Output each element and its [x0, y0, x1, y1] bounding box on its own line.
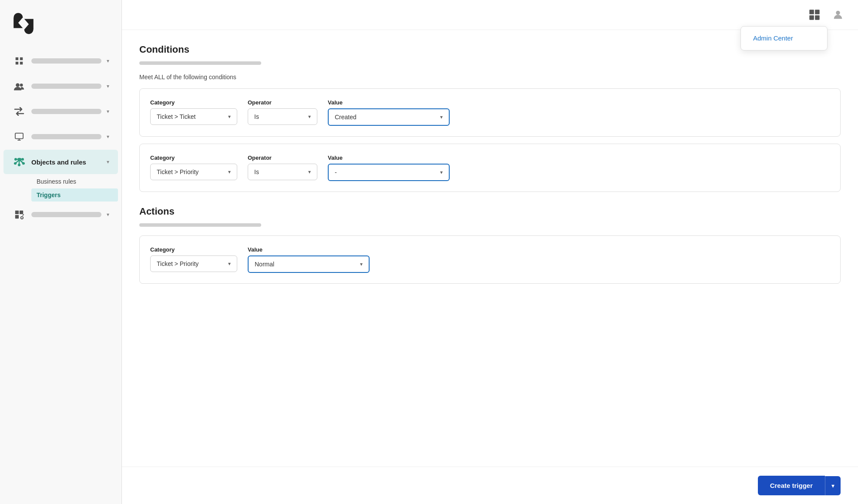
operator-label-2: Operator	[248, 155, 317, 161]
svg-rect-10	[15, 211, 19, 214]
sidebar-item-marketplace[interactable]: ▾	[3, 202, 118, 227]
conditions-description: Meet ALL of the following conditions	[139, 74, 841, 81]
condition-1-operator-select[interactable]: Is ▾	[248, 108, 317, 125]
sidebar: ▾ ▾ ▾ ▾	[0, 0, 122, 504]
svg-point-5	[20, 84, 23, 87]
svg-rect-12	[15, 215, 19, 218]
chevron-down-icon: ▾	[107, 108, 109, 114]
actions-bar	[139, 223, 261, 227]
nav-label-bar	[31, 212, 101, 217]
svg-rect-6	[15, 133, 23, 139]
condition-row-1: Category Ticket > Ticket ▾ Operator Is ▾	[139, 88, 841, 137]
condition-1-operator-group: Operator Is ▾	[248, 99, 317, 125]
topbar: Admin Center	[122, 0, 858, 30]
svg-rect-1	[20, 57, 23, 60]
action-value-label: Value	[248, 246, 370, 253]
create-trigger-button[interactable]: Create trigger	[758, 476, 825, 495]
conditions-bar	[139, 61, 261, 65]
condition-1-category-select[interactable]: Ticket > Ticket ▾	[150, 108, 237, 125]
conditions-section: Conditions Meet ALL of the following con…	[139, 44, 841, 192]
condition-2-value-group: Value - ▾	[328, 155, 450, 181]
chevron-down-icon: ▾	[228, 114, 231, 120]
condition-2-category-group: Category Ticket > Priority ▾	[150, 155, 237, 180]
operator-label-1: Operator	[248, 99, 317, 106]
svg-point-4	[16, 83, 20, 87]
value-label-1: Value	[328, 99, 450, 106]
condition-1-value-value: Created	[335, 114, 357, 121]
nav-label-bar	[31, 134, 101, 139]
chevron-down-icon: ▾	[107, 134, 109, 140]
admin-center-dropdown: Admin Center	[740, 26, 828, 50]
building-icon	[12, 54, 26, 68]
value-label-2: Value	[328, 155, 450, 161]
nav-label-bar	[31, 58, 101, 64]
monitor-icon	[12, 130, 26, 144]
svg-rect-11	[20, 211, 23, 214]
topbar-icons	[807, 7, 846, 23]
svg-rect-3	[20, 62, 23, 64]
svg-rect-0	[16, 57, 18, 60]
action-1-category-select[interactable]: Ticket > Priority ▾	[150, 255, 237, 272]
zendesk-logo	[12, 12, 35, 35]
condition-1-value-select[interactable]: Created ▾	[328, 108, 450, 126]
chevron-down-icon: ▾	[228, 261, 231, 267]
logo-area	[0, 0, 121, 44]
nav-label-bar	[31, 84, 101, 89]
admin-center-link[interactable]: Admin Center	[753, 34, 793, 42]
condition-2-category-select[interactable]: Ticket > Priority ▾	[150, 164, 237, 180]
user-avatar-icon[interactable]	[830, 7, 846, 23]
page-content: Conditions Meet ALL of the following con…	[122, 30, 858, 467]
category-label-1: Category	[150, 99, 237, 106]
actions-title: Actions	[139, 206, 841, 217]
action-1-category-group: Category Ticket > Priority ▾	[150, 246, 237, 272]
condition-row-1-fields: Category Ticket > Ticket ▾ Operator Is ▾	[150, 99, 830, 126]
sidebar-nav: ▾ ▾ ▾ ▾	[0, 44, 121, 504]
sidebar-item-routing[interactable]: ▾	[3, 99, 118, 124]
action-1-value-value: Normal	[255, 261, 274, 268]
chevron-down-icon: ▾	[360, 261, 363, 267]
sidebar-item-people[interactable]: ▾	[3, 74, 118, 98]
action-1-value-group: Value Normal ▾	[248, 246, 370, 273]
create-trigger-dropdown-button[interactable]: ▾	[825, 476, 841, 495]
chevron-down-icon: ▾	[228, 169, 231, 175]
condition-1-category-group: Category Ticket > Ticket ▾	[150, 99, 237, 125]
condition-1-value-group: Value Created ▾	[328, 99, 450, 126]
condition-row-2: Category Ticket > Priority ▾ Operator Is…	[139, 144, 841, 192]
svg-point-8	[21, 158, 24, 161]
conditions-title: Conditions	[139, 44, 841, 55]
condition-2-operator-group: Operator Is ▾	[248, 155, 317, 180]
action-category-label: Category	[150, 246, 237, 253]
chevron-down-icon: ▾	[107, 58, 109, 64]
chevron-down-icon: ▾	[107, 159, 109, 165]
action-row-1-fields: Category Ticket > Priority ▾ Value Norma…	[150, 246, 830, 273]
svg-rect-2	[16, 62, 18, 64]
grid-icon[interactable]	[807, 7, 822, 23]
routing-icon	[12, 104, 26, 118]
action-1-category-value: Ticket > Priority	[157, 260, 199, 267]
condition-2-value-select[interactable]: - ▾	[328, 164, 450, 181]
condition-2-operator-select[interactable]: Is ▾	[248, 164, 317, 180]
sidebar-item-organization[interactable]: ▾	[3, 49, 118, 73]
svg-rect-17	[815, 15, 820, 20]
svg-rect-14	[809, 10, 814, 14]
nav-label-bar	[31, 109, 101, 114]
condition-1-operator-value: Is	[254, 113, 259, 120]
chevron-down-icon: ▾	[440, 114, 443, 120]
marketplace-icon	[12, 208, 26, 222]
svg-rect-16	[809, 15, 814, 20]
subnav-item-business-rules[interactable]: Business rules	[31, 175, 118, 188]
sidebar-item-workspace[interactable]: ▾	[3, 124, 118, 149]
condition-row-2-fields: Category Ticket > Priority ▾ Operator Is…	[150, 155, 830, 181]
svg-rect-13	[21, 217, 23, 219]
chevron-down-icon: ▾	[440, 169, 443, 175]
subnav-item-triggers[interactable]: Triggers	[31, 188, 118, 202]
condition-2-category-value: Ticket > Priority	[157, 168, 199, 175]
bottom-bar: Create trigger ▾	[122, 467, 858, 504]
sidebar-item-objects-rules[interactable]: Objects and rules ▾	[3, 150, 118, 174]
sidebar-item-label: Objects and rules	[31, 158, 101, 166]
action-1-value-select[interactable]: Normal ▾	[248, 255, 370, 273]
svg-rect-15	[815, 10, 820, 14]
objects-rules-subnav: Business rules Triggers	[3, 175, 118, 202]
chevron-down-icon: ▾	[308, 114, 311, 120]
actions-section: Actions Category Ticket > Priority ▾ Val…	[139, 206, 841, 284]
